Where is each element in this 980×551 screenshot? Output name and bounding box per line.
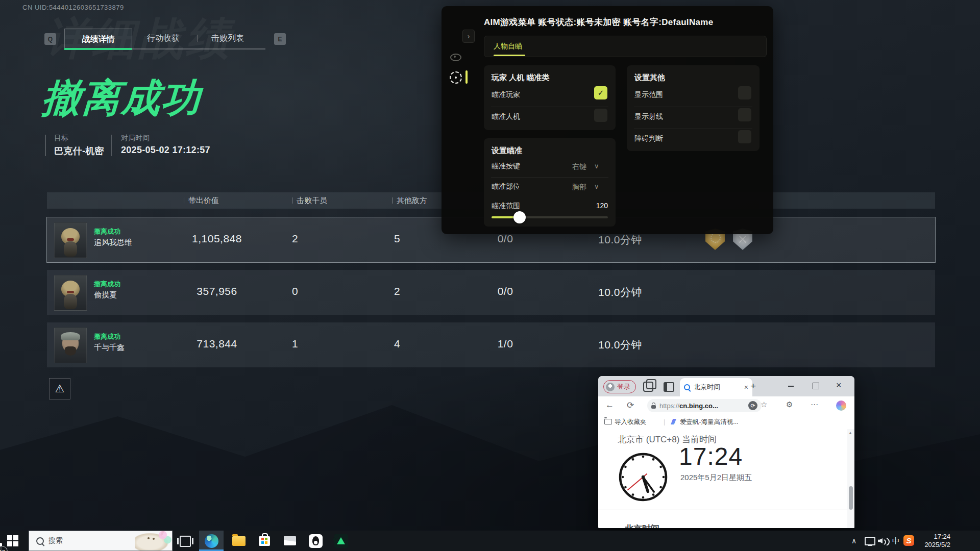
chevron-right-icon: › xyxy=(468,32,470,40)
browser-toolbar: ← ⟳ https://cn.bing.co... ⟳ ☆ ⚙ ⋯ xyxy=(598,396,854,415)
col-header-value: 带出价值 xyxy=(184,196,219,206)
taskbar-game-button[interactable] xyxy=(329,531,353,551)
ime-indicator[interactable]: 中 xyxy=(892,536,900,546)
cell-kills: 0 xyxy=(292,285,298,297)
card-divider xyxy=(634,129,752,129)
crosshair-icon[interactable] xyxy=(450,71,462,84)
tab-battle-details[interactable]: 战绩详情 xyxy=(64,29,132,50)
search-icon xyxy=(36,537,44,545)
edge-icon xyxy=(205,534,218,548)
cell-duration: 10.0分钟 xyxy=(598,285,642,299)
checkbox-show-ray[interactable] xyxy=(738,108,751,121)
start-button[interactable] xyxy=(7,535,19,546)
row-status: 撤离成功 xyxy=(94,332,120,341)
volume-icon[interactable] xyxy=(878,537,888,545)
minimize-button[interactable] xyxy=(788,386,794,387)
col-header-other: 其他敌方 xyxy=(392,196,427,206)
col-header-kills: 击败干员 xyxy=(292,196,327,206)
scroll-up-icon[interactable]: ▲ xyxy=(848,431,852,435)
cell-value: 357,956 xyxy=(197,285,237,297)
task-view-icon[interactable] xyxy=(180,536,191,547)
checkbox-aim-bots[interactable] xyxy=(594,109,607,122)
network-icon[interactable] xyxy=(865,536,874,545)
tab-close-icon[interactable]: × xyxy=(744,383,748,391)
maximize-button[interactable] xyxy=(813,383,819,389)
tab-action-gains[interactable]: 行动收获 xyxy=(147,33,180,44)
workspaces-icon[interactable] xyxy=(643,382,653,392)
browser-content: 北京市 (UTC+8) 当前时间 17:24 2025年5月2日星期五 北京时间 xyxy=(598,429,854,528)
sogou-icon[interactable]: S xyxy=(903,535,914,546)
aim-range-label: 瞄准范围 xyxy=(492,202,520,211)
checkbox-obstacle[interactable] xyxy=(738,130,751,143)
back-button[interactable]: ← xyxy=(605,400,614,410)
player-name: 追风我思维 xyxy=(94,238,132,247)
import-favorites-link[interactable]: 导入收藏夹 xyxy=(615,418,647,427)
profile-avatar xyxy=(606,383,615,391)
cell-duration: 10.0分钟 xyxy=(598,338,642,352)
taskbar-mail-button[interactable] xyxy=(278,531,302,551)
scrollbar[interactable]: ▲ xyxy=(847,429,854,528)
table-row[interactable]: 撤离成功 千与千鑫 713,844 1 4 1/0 10.0分钟 xyxy=(47,322,935,367)
taskbar-edge-button[interactable] xyxy=(199,531,224,551)
browser-signin-button[interactable]: 登录 xyxy=(603,380,636,393)
delta-force-icon xyxy=(334,534,348,548)
toggle-show-ray-label: 显示射线 xyxy=(634,112,663,121)
browser-essentials-icon[interactable]: ⚙ xyxy=(786,400,793,409)
screen: 详细战绩 CN UID:5444012603651733879 Q 战绩详情 行… xyxy=(0,0,980,551)
new-tab-button[interactable]: + xyxy=(750,381,756,392)
favorite-star-icon[interactable]: ☆ xyxy=(761,400,767,409)
card-target-types: 玩家 人机 瞄准类 瞄准玩家 ✓ 瞄准人机 xyxy=(484,65,616,130)
card-other-settings: 设置其他 显示范围 显示射线 障碍判断 xyxy=(627,65,760,151)
refresh-button[interactable]: ⟳ xyxy=(627,400,634,411)
sync-icon[interactable]: ⟳ xyxy=(748,401,757,410)
range-slider-thumb[interactable] xyxy=(513,211,526,223)
content-divider xyxy=(598,510,847,510)
info-divider xyxy=(111,135,112,156)
chevron-down-icon[interactable]: ∨ xyxy=(594,162,599,170)
tab-kill-list[interactable]: 击败列表 xyxy=(211,33,244,44)
eye-icon[interactable] xyxy=(450,54,461,61)
aim-menu-panel: › AIM游戏菜单 账号状态:账号未加密 账号名字:DefaulName 人物自… xyxy=(442,6,773,234)
tray-hidden-icons-chevron[interactable]: ∧ xyxy=(851,537,856,545)
cell-kills: 2 xyxy=(292,233,298,245)
menu-tab-underline xyxy=(494,55,525,56)
avatar xyxy=(54,222,87,258)
import-folder-icon xyxy=(604,419,612,424)
keycap-q: Q xyxy=(44,33,56,45)
address-bar[interactable]: https://cn.bing.co... ⟳ xyxy=(647,399,762,412)
report-warning-button[interactable]: ⚠ xyxy=(49,378,70,399)
browser-tab[interactable]: 北京时间 × xyxy=(680,378,752,396)
row-status: 撤离成功 xyxy=(94,227,120,236)
table-row[interactable]: 撤离成功 偷摸夏 357,956 0 2 0/0 10.0分钟 xyxy=(47,270,935,315)
player-uid: CN UID:5444012603651733879 xyxy=(22,4,124,11)
close-button[interactable]: × xyxy=(836,380,842,391)
more-menu-icon[interactable]: ⋯ xyxy=(811,400,818,409)
card-divider xyxy=(634,107,752,107)
chevron-down-icon[interactable]: ∨ xyxy=(594,183,599,190)
taskbar-explorer-button[interactable] xyxy=(227,531,251,551)
toggle-aim-players-label: 瞄准玩家 xyxy=(492,90,520,99)
tab-baseline xyxy=(132,48,265,49)
checkbox-show-range[interactable] xyxy=(738,86,751,99)
menu-collapse-button[interactable]: › xyxy=(462,30,475,43)
qq-icon xyxy=(309,534,323,548)
cell-other: 2 xyxy=(394,285,400,297)
card-title: 设置瞄准 xyxy=(492,146,522,156)
tray-clock[interactable]: 17:24 2025/5/2 xyxy=(924,533,950,549)
aim-key-value[interactable]: 右键 xyxy=(572,162,586,171)
menu-tab-aimbot[interactable]: 人物自瞄 xyxy=(494,42,522,51)
action-center-icon[interactable]: 17 xyxy=(0,543,2,551)
favorite-site-link[interactable]: 爱壹帆-海量高清视... xyxy=(680,418,739,427)
aim-part-label: 瞄准部位 xyxy=(492,182,520,191)
checkbox-aim-players[interactable]: ✓ xyxy=(594,86,607,99)
taskbar-search-box[interactable]: 搜索 xyxy=(29,531,173,551)
aim-part-value[interactable]: 胸部 xyxy=(572,183,586,192)
tab-title: 北京时间 xyxy=(694,383,720,392)
taskbar-qq-button[interactable] xyxy=(303,531,328,551)
target-value: 巴克什-机密 xyxy=(54,145,104,157)
scrollbar-thumb[interactable] xyxy=(849,486,853,510)
player-name: 偷摸夏 xyxy=(94,290,117,300)
taskbar-store-button[interactable] xyxy=(252,531,277,551)
copilot-icon[interactable] xyxy=(836,400,846,411)
vertical-tabs-icon[interactable] xyxy=(664,382,674,392)
